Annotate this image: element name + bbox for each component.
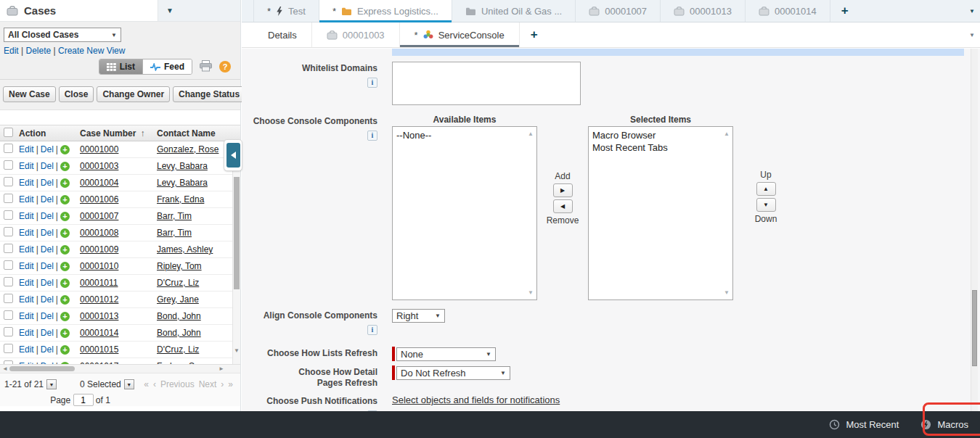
- contact-name-link[interactable]: Barr, Tim: [157, 228, 192, 238]
- range-dropdown[interactable]: ▼: [46, 379, 57, 389]
- row-del-link[interactable]: Del: [41, 294, 54, 305]
- previous-page-icon[interactable]: ‹: [153, 379, 156, 389]
- selected-items-listbox[interactable]: ▲ ▼ Macro BrowserMost Recent Tabs: [588, 126, 733, 300]
- row-edit-link[interactable]: Edit: [19, 211, 34, 221]
- row-edit-link[interactable]: Edit: [19, 261, 34, 271]
- tab-express-logistics[interactable]: * Express Logistics...: [319, 0, 452, 22]
- row-checkbox[interactable]: [4, 344, 13, 353]
- row-checkbox[interactable]: [4, 194, 13, 203]
- scroll-right-icon[interactable]: ►: [219, 365, 224, 372]
- row-edit-link[interactable]: Edit: [19, 228, 34, 238]
- quick-create-icon[interactable]: +: [60, 295, 70, 305]
- scroll-left-icon[interactable]: ◄: [2, 365, 8, 372]
- select-all-checkbox[interactable]: [4, 128, 13, 137]
- tab-case-00001014[interactable]: 00001014: [746, 0, 830, 22]
- contact-name-link[interactable]: D'Cruz, Liz: [157, 278, 199, 288]
- case-number-link[interactable]: 00001006: [80, 194, 118, 204]
- subtab-serviceconsole[interactable]: * ServiceConsole: [400, 22, 520, 47]
- row-edit-link[interactable]: Edit: [19, 194, 34, 204]
- case-number-link[interactable]: 00001009: [80, 244, 118, 255]
- next-page-icon[interactable]: ›: [221, 379, 224, 389]
- tab-case-00001013[interactable]: 00001013: [661, 0, 746, 22]
- case-number-link[interactable]: 00001008: [80, 228, 118, 238]
- row-del-link[interactable]: Del: [41, 344, 54, 355]
- tab-case-00001007[interactable]: 00001007: [576, 0, 661, 22]
- quick-create-icon[interactable]: +: [60, 278, 70, 288]
- contact-name-link[interactable]: Bond, John: [157, 328, 201, 338]
- contact-name-link[interactable]: Levy, Babara: [157, 178, 208, 188]
- listbox-item[interactable]: Macro Browser: [592, 129, 721, 141]
- case-number-link[interactable]: 00001000: [80, 144, 118, 154]
- row-checkbox[interactable]: [4, 294, 13, 303]
- quick-create-icon[interactable]: +: [60, 178, 70, 188]
- action-column-header[interactable]: Action: [19, 128, 80, 139]
- row-del-link[interactable]: Del: [41, 144, 54, 154]
- scroll-up-icon[interactable]: ▲: [528, 131, 534, 137]
- help-icon[interactable]: ?: [219, 61, 231, 73]
- info-icon[interactable]: i: [367, 78, 377, 88]
- detail-refresh-select[interactable]: Do Not Refresh ▼: [396, 366, 510, 380]
- cases-vertical-scrollbar[interactable]: ▼: [232, 142, 240, 364]
- move-up-button[interactable]: ▲: [756, 182, 776, 196]
- contact-name-link[interactable]: Bond, John: [157, 311, 201, 321]
- row-checkbox[interactable]: [4, 144, 13, 153]
- scrollbar-thumb[interactable]: [9, 366, 75, 371]
- most-recent-button[interactable]: Most Recent: [829, 419, 899, 430]
- panel-menu-chevron-icon[interactable]: ▼: [166, 7, 173, 15]
- row-del-link[interactable]: Del: [41, 311, 54, 321]
- row-checkbox[interactable]: [4, 310, 13, 320]
- quick-create-icon[interactable]: +: [60, 228, 70, 238]
- contact-name-link[interactable]: Levy, Babara: [157, 161, 208, 171]
- print-icon[interactable]: [199, 60, 213, 74]
- new-case-button[interactable]: New Case: [3, 86, 56, 102]
- row-edit-link[interactable]: Edit: [19, 161, 34, 171]
- info-icon[interactable]: i: [367, 131, 377, 141]
- listbox-item[interactable]: --None--: [396, 129, 525, 141]
- case-number-link[interactable]: 00001015: [80, 344, 118, 355]
- row-del-link[interactable]: Del: [41, 178, 54, 188]
- whitelist-domains-textarea[interactable]: [392, 62, 581, 105]
- row-checkbox[interactable]: [4, 244, 13, 253]
- case-number-link[interactable]: 00001003: [80, 161, 118, 171]
- row-checkbox[interactable]: [4, 327, 13, 336]
- row-checkbox[interactable]: [4, 277, 13, 286]
- first-page-icon[interactable]: «: [144, 379, 149, 389]
- contact-name-link[interactable]: Grey, Jane: [157, 294, 199, 305]
- contact-name-link[interactable]: Ripley, Tom: [157, 261, 202, 271]
- scroll-down-icon[interactable]: ▼: [233, 347, 240, 354]
- quick-create-icon[interactable]: +: [60, 245, 70, 255]
- selected-dropdown[interactable]: ▼: [124, 379, 134, 389]
- case-number-column-header[interactable]: Case Number↑: [80, 128, 157, 139]
- tab-test[interactable]: * Test: [253, 0, 319, 22]
- case-number-link[interactable]: 00001011: [80, 278, 118, 288]
- align-components-select[interactable]: Right ▼: [392, 309, 445, 323]
- row-edit-link[interactable]: Edit: [19, 144, 34, 154]
- next-link[interactable]: Next: [199, 379, 217, 389]
- row-checkbox[interactable]: [4, 177, 13, 186]
- scroll-down-icon[interactable]: ▼: [528, 289, 534, 296]
- case-number-link[interactable]: 00001013: [80, 311, 118, 321]
- quick-create-icon[interactable]: +: [60, 262, 70, 271]
- quick-create-icon[interactable]: +: [60, 312, 70, 321]
- quick-create-icon[interactable]: +: [60, 145, 70, 154]
- case-number-link[interactable]: 00001012: [80, 294, 118, 305]
- page-number-input[interactable]: [73, 394, 94, 406]
- subtab-overflow-chevron-icon[interactable]: ▼: [969, 32, 975, 38]
- row-del-link[interactable]: Del: [41, 278, 54, 288]
- quick-create-icon[interactable]: +: [60, 328, 70, 338]
- row-del-link[interactable]: Del: [41, 261, 54, 271]
- row-del-link[interactable]: Del: [41, 328, 54, 338]
- row-checkbox[interactable]: [4, 160, 13, 170]
- available-items-listbox[interactable]: ▲ ▼ --None--: [392, 126, 537, 300]
- contact-name-link[interactable]: D'Cruz, Liz: [157, 344, 199, 355]
- subtab-case-00001003[interactable]: 00001003: [312, 22, 400, 47]
- row-edit-link[interactable]: Edit: [19, 328, 34, 338]
- push-notifications-link[interactable]: Select objects and fields for notificati…: [392, 394, 560, 405]
- contact-name-link[interactable]: Barr, Tim: [157, 211, 192, 221]
- row-checkbox[interactable]: [4, 260, 13, 270]
- contact-name-link[interactable]: James, Ashley: [157, 244, 213, 255]
- quick-create-icon[interactable]: +: [60, 345, 70, 355]
- scrollbar-thumb[interactable]: [234, 177, 240, 289]
- change-status-button[interactable]: Change Status: [173, 86, 245, 102]
- tab-overflow-chevron-icon[interactable]: ▼: [969, 8, 975, 15]
